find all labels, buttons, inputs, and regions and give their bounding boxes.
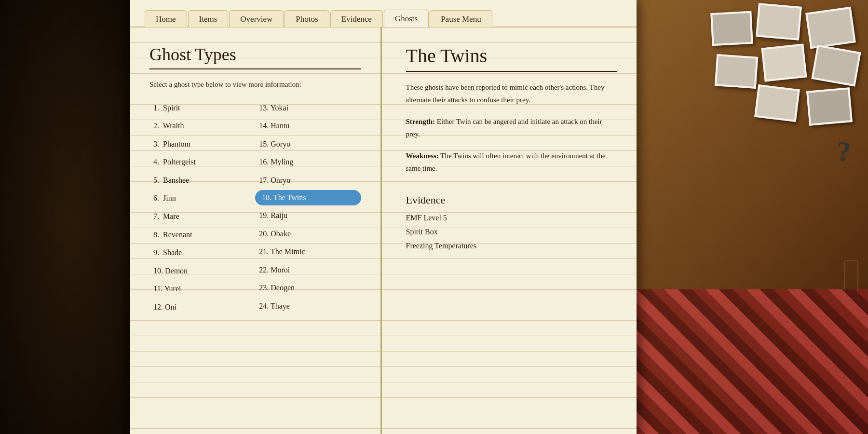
ghost-item-hantu[interactable]: 14. Hantu — [255, 118, 361, 134]
ghost-weakness: Weakness: The Twins will often interact … — [406, 150, 618, 175]
background-left — [0, 0, 145, 434]
page-left: Ghost Types Select a ghost type below to… — [130, 27, 382, 434]
photo-8 — [754, 84, 800, 122]
ghost-list: 1. Spirit 2. Wraith 3. Phantom 4. Polter… — [149, 100, 361, 315]
ghost-item-wraith[interactable]: 2. Wraith — [149, 118, 255, 134]
evidence-freezing: Freezing Temperatures — [406, 239, 618, 253]
photo-1 — [805, 7, 856, 49]
photo-7 — [806, 87, 853, 126]
notebook: Home Items Overview Photos Evidence Ghos… — [130, 0, 637, 434]
page-subtitle: Select a ghost type below to view more i… — [149, 79, 361, 90]
ghost-item-mare[interactable]: 7. Mare — [149, 208, 255, 225]
ghost-item-deogen[interactable]: 23. Deogen — [255, 280, 361, 296]
ghost-item-oni[interactable]: 12. Oni — [149, 299, 255, 315]
ghost-item-yokai[interactable]: 13. Yokai — [255, 100, 361, 116]
ghost-item-goryo[interactable]: 15. Goryo — [255, 136, 361, 152]
ghost-item-twins[interactable]: 18. The Twins — [255, 190, 361, 205]
ghost-strength: Strength: Either Twin can be angered and… — [406, 116, 618, 140]
evidence-title: Evidence — [406, 194, 618, 206]
tab-home[interactable]: Home — [145, 10, 187, 27]
weakness-label: Weakness: — [406, 152, 439, 160]
evidence-emf: EMF Level 5 — [406, 211, 618, 225]
ghost-item-obake[interactable]: 20. Obake — [255, 226, 361, 242]
ghost-item-myling[interactable]: 16. Myling — [255, 154, 361, 170]
ghost-item-revenant[interactable]: 8. Revenant — [149, 227, 255, 243]
ghost-item-yurei[interactable]: 11. Yurei — [149, 281, 255, 297]
photo-2 — [756, 3, 802, 41]
rug — [632, 289, 868, 434]
ghost-detail-title: The Twins — [406, 44, 618, 67]
tab-photos[interactable]: Photos — [285, 10, 329, 27]
ghost-item-poltergeist[interactable]: 4. Poltergeist — [149, 154, 255, 170]
book-pages: Ghost Types Select a ghost type below to… — [130, 27, 637, 434]
ghost-item-raiju[interactable]: 19. Raiju — [255, 207, 361, 224]
tab-overview[interactable]: Overview — [229, 10, 284, 27]
strength-label: Strength: — [406, 118, 435, 125]
evidence-spirit-box: Spirit Box — [406, 225, 618, 239]
evidence-section: Evidence EMF Level 5 Spirit Box Freezing… — [406, 194, 618, 253]
left-page-title: Ghost Types — [149, 44, 361, 65]
ghost-col-2: 13. Yokai 14. Hantu 15. Goryo 16. Myling… — [255, 100, 361, 315]
ghost-item-jinn[interactable]: 6. Jinn — [149, 190, 255, 206]
strength-text: Either Twin can be angered and initiate … — [406, 118, 602, 138]
ghost-item-shade[interactable]: 9. Shade — [149, 244, 255, 261]
ghost-item-phantom[interactable]: 3. Phantom — [149, 136, 255, 152]
ghost-item-the-mimic[interactable]: 21. The Mimic — [255, 244, 361, 260]
ghost-item-spirit[interactable]: 1. Spirit — [149, 100, 255, 116]
tab-evidence[interactable]: Evidence — [330, 10, 383, 27]
tab-ghosts[interactable]: Ghosts — [384, 10, 429, 27]
tabs-container: Home Items Overview Photos Evidence Ghos… — [130, 0, 637, 27]
photo-6 — [715, 54, 758, 89]
ghost-item-onryo[interactable]: 17. Onryo — [255, 172, 361, 189]
ghost-item-demon[interactable]: 10. Demon — [149, 263, 255, 279]
title-underline — [149, 68, 361, 69]
photo-4 — [811, 45, 861, 87]
photo-5 — [761, 44, 807, 82]
ghost-col-1: 1. Spirit 2. Wraith 3. Phantom 4. Polter… — [149, 100, 255, 315]
ghost-item-moroi[interactable]: 22. Moroi — [255, 262, 361, 278]
question-mark: ? — [837, 135, 851, 168]
ghost-item-thaye[interactable]: 24. Thaye — [255, 298, 361, 314]
ghost-description: These ghosts have been reported to mimic… — [406, 81, 618, 106]
photo-3 — [710, 11, 753, 46]
tab-items[interactable]: Items — [188, 10, 229, 27]
ghost-item-banshee[interactable]: 5. Banshee — [149, 172, 255, 189]
corkboard: ? — [632, 0, 868, 434]
tab-pause-menu[interactable]: Pause Menu — [430, 10, 492, 27]
ghost-detail-underline — [406, 71, 618, 72]
page-right: The Twins These ghosts have been reporte… — [382, 27, 637, 434]
